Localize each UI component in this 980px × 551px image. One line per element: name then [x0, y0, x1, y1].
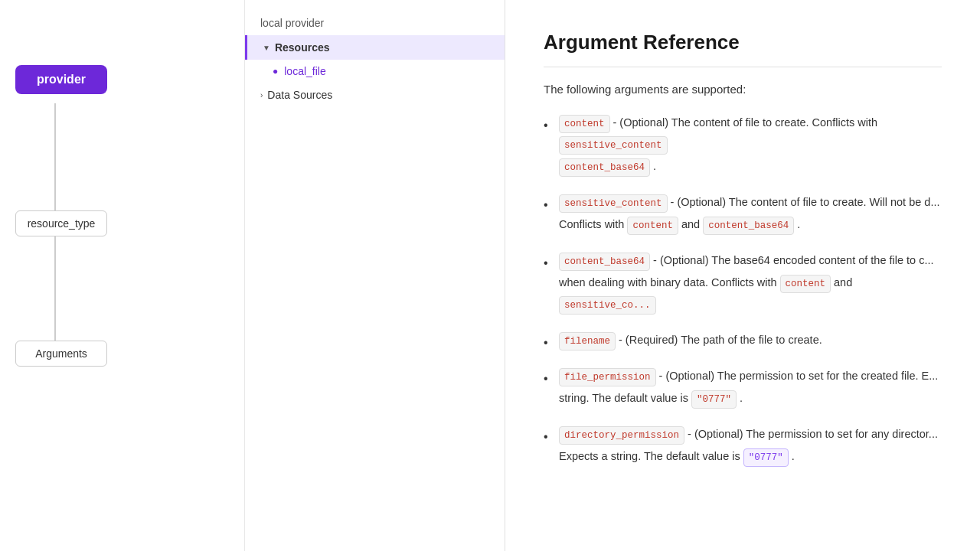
datasources-chevron-icon: › — [260, 91, 263, 99]
provider-label: provider — [37, 73, 86, 86]
arg-base64-line1: content_base64 - (Optional) The base64 e… — [559, 252, 942, 271]
data-sources-label: Data Sources — [267, 89, 332, 101]
code-directory-permission: directory_permission — [559, 426, 684, 445]
resource-type-label: resource_type — [28, 217, 96, 230]
arg-directory-permission: directory_permission - (Optional) The pe… — [544, 425, 942, 467]
arg-filename: filename - (Required) The path of the fi… — [544, 331, 942, 350]
local-file-label: local_file — [284, 65, 325, 77]
arg-sensitive-line1: sensitive_content - (Optional) The conte… — [559, 194, 942, 213]
arg-content: content - (Optional) The content of file… — [544, 114, 942, 177]
arg-dirperm-line1: directory_permission - (Optional) The pe… — [559, 425, 942, 445]
code-content-ref3: content — [780, 275, 831, 293]
bullet-icon: ● — [273, 66, 278, 77]
arg-dirperm-line2: Expects a string. The default value is "… — [559, 448, 942, 467]
code-sensitive-content-tag: sensitive_content — [559, 194, 668, 213]
arg-content-base64: content_base64 - (Optional) The base64 e… — [544, 252, 942, 315]
arg-filename-line1: filename - (Required) The path of the fi… — [559, 331, 942, 350]
code-0777-dir: "0777" — [743, 448, 789, 467]
code-content-base64: content_base64 — [559, 253, 650, 271]
local-file-item[interactable]: ● local_file — [245, 60, 505, 83]
content-subtitle: The following arguments are supported: — [544, 83, 942, 96]
resource-type-node[interactable]: resource_type — [15, 210, 107, 236]
resources-label: Resources — [275, 41, 330, 54]
resources-section: ▼ Resources ● local_file — [245, 35, 505, 83]
code-content-base64-ref: content_base64 — [559, 158, 650, 177]
arguments-label: Arguments — [35, 347, 87, 360]
arg-base64-line2: when dealing with binary data. Conflicts… — [559, 274, 942, 315]
provider-node[interactable]: provider — [15, 65, 107, 94]
content-title: Argument Reference — [544, 31, 942, 67]
arg-sensitive-line2: Conflicts with content and content_base6… — [559, 216, 942, 235]
resources-section-header[interactable]: ▼ Resources — [245, 35, 505, 60]
sidebar-provider-label: local provider — [245, 8, 505, 35]
arguments-node[interactable]: Arguments — [15, 341, 107, 367]
data-sources-header[interactable]: › Data Sources — [245, 83, 505, 107]
graph-area: provider resource_type Arguments — [0, 0, 245, 551]
code-content-base64-ref2: content_base64 — [703, 217, 794, 235]
code-0777-file: "0777" — [691, 390, 737, 409]
arg-content-line2: content_base64 . — [559, 158, 942, 177]
resources-chevron-icon: ▼ — [263, 44, 270, 52]
code-sensitive-content: sensitive_content — [559, 136, 668, 155]
code-file-permission: file_permission — [559, 368, 656, 386]
arg-fileperm-line1: file_permission - (Optional) The permiss… — [559, 367, 942, 386]
code-filename: filename — [559, 332, 616, 350]
arg-fileperm-line2: string. The default value is "0777" . — [559, 390, 942, 409]
arguments-list: content - (Optional) The content of file… — [544, 114, 942, 467]
code-sensitive-co: sensitive_co... — [559, 296, 656, 315]
code-content: content — [559, 115, 610, 133]
arg-content-line1: content - (Optional) The content of file… — [559, 114, 942, 155]
arg-file-permission: file_permission - (Optional) The permiss… — [544, 367, 942, 409]
sidebar: local provider ▼ Resources ● local_file … — [245, 0, 505, 551]
content-area: Argument Reference The following argumen… — [505, 0, 980, 551]
arg-sensitive-content: sensitive_content - (Optional) The conte… — [544, 194, 942, 235]
code-content-ref2: content — [627, 217, 678, 235]
